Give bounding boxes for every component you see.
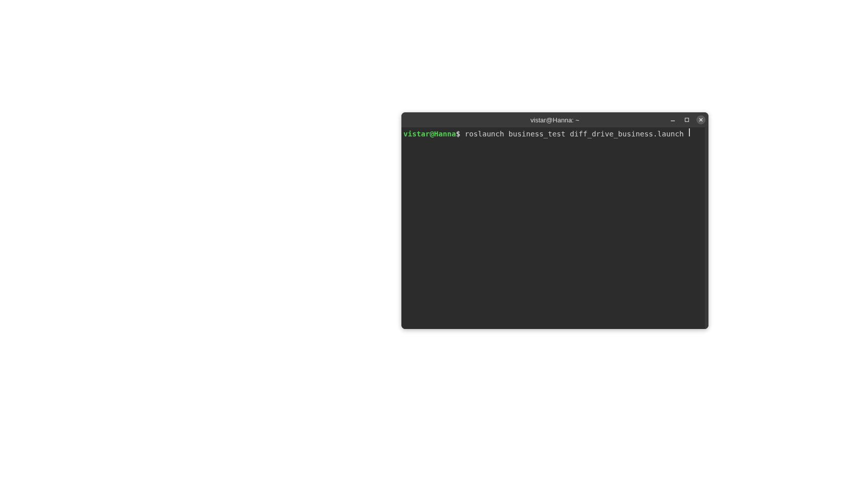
prompt-symbol: $ [456,129,461,138]
command-text: roslaunch business_test diff_drive_busin… [461,129,688,138]
maximize-button[interactable] [682,115,691,124]
close-icon [698,117,703,122]
terminal-window: vistar@Hanna: ~ vistar@Hanna$ ro [401,112,708,329]
prompt-user-host: vistar@Hanna [403,129,456,138]
minimize-button[interactable] [668,115,677,124]
scrollbar[interactable] [705,127,708,329]
close-button[interactable] [696,115,705,124]
titlebar[interactable]: vistar@Hanna: ~ [401,112,708,127]
terminal-body[interactable]: vistar@Hanna$ roslaunch business_test di… [401,127,708,329]
minimize-icon [670,117,675,122]
maximize-icon [684,117,689,122]
svg-rect-1 [685,118,689,122]
window-title: vistar@Hanna: ~ [530,116,579,124]
terminal-line: vistar@Hanna$ roslaunch business_test di… [403,128,706,138]
window-controls [668,112,705,127]
cursor [689,128,690,136]
